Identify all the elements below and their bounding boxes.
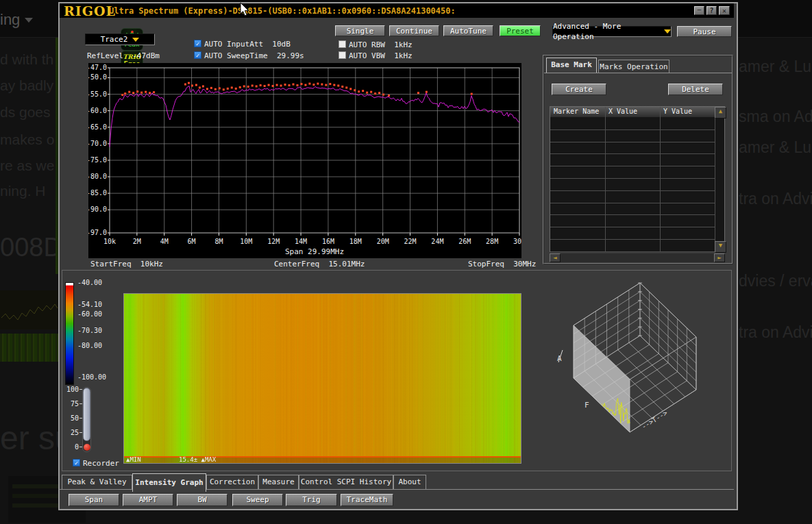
svg-text:4M: 4M (160, 238, 169, 245)
svg-text:Span 29.99MHz: Span 29.99MHz (285, 247, 344, 256)
marker-table-row[interactable] (550, 117, 715, 130)
background-text-line: amer & Lui (739, 58, 812, 76)
title-bar[interactable]: RIGOL Ultra Spectrum (Express)-DSA815-(U… (60, 3, 734, 18)
tab-control-scpi-history[interactable]: Control SCPI History (299, 475, 393, 490)
colorbar-label: -100.00 (77, 373, 106, 381)
marker-table[interactable]: Marker NameX ValueY Value▲▼ (550, 106, 725, 252)
colorbar-label: -70.30 (77, 327, 102, 334)
continue-button[interactable]: Continue (389, 25, 439, 36)
intensity-panel: -40.00-54.10-60.00-70.30-80.00-100.00 10… (62, 270, 732, 471)
marker-column-header[interactable]: X Value (605, 107, 664, 117)
auto-rbw-label: AUTO RBW 1kHz (349, 40, 413, 49)
trace-select-value: Trace2 (101, 34, 128, 45)
colorbar-label: -80.00 (77, 342, 102, 349)
svg-text:8M: 8M (214, 238, 223, 245)
marker-table-row[interactable] (550, 129, 715, 142)
background-nav-item: ing (0, 11, 20, 29)
svg-text:28M: 28M (486, 238, 498, 245)
marker-table-row[interactable] (550, 239, 715, 252)
span-button[interactable]: Span (69, 494, 119, 506)
slider-thumb[interactable] (83, 388, 90, 441)
trig-button[interactable]: Trig (286, 494, 337, 506)
preset-button[interactable]: Preset (500, 25, 541, 36)
help-button[interactable]: ? (706, 6, 717, 15)
auto-vbw-checkbox[interactable] (339, 51, 346, 59)
ref-level-label: RefLevel -47dBm (87, 51, 160, 60)
svg-text:-60.0: -60.0 (88, 107, 107, 114)
svg-text:18M: 18M (349, 238, 362, 245)
minimize-button[interactable]: ─ (694, 6, 704, 15)
marker-table-row[interactable] (550, 190, 715, 203)
pause-button[interactable]: Pause (677, 26, 732, 37)
svg-text:-85.0: -85.0 (88, 189, 107, 197)
intensity-graph-frame (123, 293, 521, 464)
tab-measure[interactable]: Measure (258, 475, 299, 490)
chevron-down-icon (132, 38, 139, 42)
background-text-line: dvies / erva (739, 272, 812, 290)
tab-about[interactable]: About (393, 475, 426, 490)
scroll-up-icon[interactable]: ▲ (715, 107, 726, 118)
marker-table-row[interactable] (550, 214, 715, 227)
svg-text:26M: 26M (458, 238, 471, 245)
marker-table-row[interactable] (550, 166, 715, 179)
background-text-line: amer & Lui (739, 138, 812, 157)
single-button[interactable]: Single (335, 25, 385, 36)
svg-text:-50.0: -50.0 (88, 73, 107, 81)
scroll-down-icon[interactable]: ▼ (715, 241, 726, 253)
chevron-down-icon (664, 29, 671, 34)
trace-select[interactable]: Trace2 (85, 34, 155, 45)
auto-inputatt-label: AUTO InputAtt 10dB (204, 40, 291, 49)
tab-correction[interactable]: Correction (206, 475, 258, 490)
background-text-line: sma on Adv (739, 108, 812, 126)
background-thumbnail-spectrogram (0, 334, 58, 362)
intensity-slider[interactable] (82, 387, 91, 452)
stopfreq-readout: StopFreq 30MHz (468, 260, 536, 269)
marker-table-row[interactable] (550, 153, 715, 166)
advanced-operation-select[interactable]: Advanced - More Operation (552, 26, 672, 37)
background-text-line: d with th (0, 51, 53, 68)
marker-table-row[interactable] (550, 227, 715, 240)
intensity-graph[interactable] (124, 294, 521, 463)
waterfall-3d-view[interactable]: AF-->T--> (549, 271, 717, 445)
axis-f-label: F (585, 401, 589, 410)
auto-sweeptime-checkbox[interactable]: ✓ (194, 51, 201, 59)
tracemath-button[interactable]: TraceMath (341, 494, 393, 506)
close-button[interactable]: ✕ (719, 6, 730, 15)
tab-intensity-graph[interactable]: Intensity Graph (132, 473, 206, 492)
marker-table-row[interactable] (550, 178, 715, 191)
svg-text:-90.0: -90.0 (88, 205, 107, 213)
tab-divider (544, 73, 732, 73)
recorder-label: Recorder (83, 459, 119, 468)
window-title: Ultra Spectrum (Express)-DSA815-(USB0::0… (109, 6, 456, 16)
tab-peak-valley[interactable]: Peak & Valley (62, 475, 132, 490)
autotune-button[interactable]: AutoTune (443, 25, 493, 36)
scroll-left-icon[interactable]: ◄ (550, 253, 561, 262)
spectrum-chart[interactable]: -47.0-50.0-55.0-60.0-65.0-70.0-75.0-80.0… (88, 63, 521, 263)
startfreq-readout: StartFreq 10kHz (90, 260, 163, 269)
scroll-right-icon[interactable]: ► (714, 253, 725, 262)
create-marker-button[interactable]: Create (552, 84, 606, 95)
ampt-button[interactable]: AMPT (123, 494, 173, 506)
bw-button[interactable]: BW (177, 494, 227, 506)
marker-table-hscrollbar[interactable]: ◄ ► (550, 253, 725, 262)
svg-text:-65.0: -65.0 (88, 123, 107, 131)
marker-table-row[interactable] (550, 203, 715, 216)
svg-text:12M: 12M (267, 238, 280, 245)
auto-inputatt-checkbox[interactable]: ✓ (194, 40, 201, 47)
delete-marker-button[interactable]: Delete (668, 84, 723, 95)
centerfreq-readout: CenterFreq 15.01MHz (274, 260, 365, 269)
marker-table-row[interactable] (550, 142, 715, 155)
auto-rbw-checkbox[interactable] (339, 40, 346, 48)
slider-position-dot[interactable] (84, 444, 90, 451)
svg-text:14M: 14M (295, 238, 307, 245)
tab-marks-operation[interactable]: Marks Operation (598, 60, 669, 73)
recorder-checkbox[interactable]: ✓ (73, 459, 80, 466)
tab-base-mark[interactable]: Base Mark (546, 58, 597, 73)
svg-text:6M: 6M (188, 238, 196, 245)
svg-text:10M: 10M (240, 238, 252, 245)
marker-column-header[interactable]: Marker Name (550, 107, 609, 117)
background-text-line: tra on Advi (739, 323, 812, 342)
marker-column-header[interactable]: Y Value (660, 107, 719, 117)
sweep-button[interactable]: Sweep (232, 494, 283, 506)
slider-tick-label: 0 (65, 443, 79, 451)
